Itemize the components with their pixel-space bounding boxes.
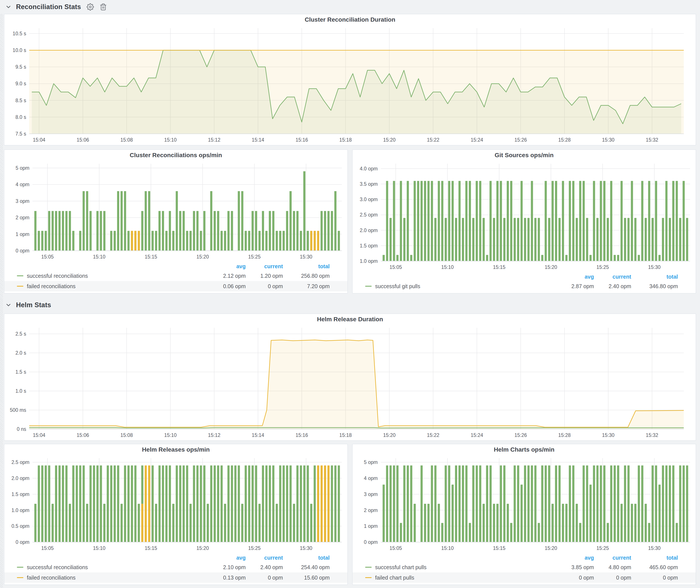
legend-series-label[interactable]: failed reconciliations	[27, 283, 208, 289]
svg-text:2.5 opm: 2.5 opm	[360, 212, 378, 218]
legend-value: 0 opm	[246, 575, 283, 581]
svg-text:1.5 opm: 1.5 opm	[11, 491, 29, 497]
section-title[interactable]: Reconciliation Stats	[16, 3, 81, 11]
legend-series-label[interactable]: successful reconciliations	[27, 564, 208, 570]
svg-text:15:10: 15:10	[441, 264, 454, 270]
svg-text:15:30: 15:30	[648, 545, 661, 551]
svg-text:15:32: 15:32	[646, 137, 658, 143]
legend-series-label[interactable]: successful chart pulls	[375, 564, 557, 570]
series-color-dash	[17, 286, 23, 287]
svg-text:500 ms: 500 ms	[10, 407, 26, 413]
legend-col-total[interactable]: total	[283, 555, 330, 561]
svg-text:15:30: 15:30	[648, 264, 661, 270]
legend-col-total[interactable]: total	[631, 555, 678, 561]
row-header-helm-stats: Helm Stats	[0, 294, 700, 313]
panel-title[interactable]: Git Sources ops/min	[353, 150, 696, 161]
panel-helm-charts-opm: Helm Charts ops/min 15:0515:1015:1515:20…	[352, 444, 696, 585]
svg-text:15:24: 15:24	[471, 432, 483, 438]
svg-text:9.0 s: 9.0 s	[15, 81, 26, 86]
svg-text:15:28: 15:28	[558, 137, 571, 143]
svg-text:15:05: 15:05	[41, 254, 54, 260]
panel-title[interactable]: Helm Release Duration	[4, 314, 696, 325]
svg-text:15:20: 15:20	[383, 432, 396, 438]
svg-text:15:10: 15:10	[441, 545, 454, 551]
cluster-reconciliations-chart[interactable]: 15:0515:1015:1515:2015:2515:300 opm1 opm…	[4, 161, 347, 262]
legend-row: failed reconciliations0.13 opm0 opm15.60…	[4, 572, 347, 583]
svg-text:10.5 s: 10.5 s	[13, 31, 26, 36]
chart-svg: 15:0515:1015:1515:2015:2515:301.0 opm1.5…	[353, 161, 696, 272]
helm-charts-chart[interactable]: 15:0515:1015:1515:2015:2515:300 opm1 opm…	[353, 455, 696, 553]
legend-row: successful reconciliations2.10 opm2.40 o…	[4, 562, 347, 572]
legend-value: 4.80 opm	[594, 564, 631, 570]
svg-text:1.0 opm: 1.0 opm	[11, 507, 29, 513]
svg-text:0 opm: 0 opm	[16, 248, 29, 254]
svg-text:15:22: 15:22	[427, 137, 439, 143]
panel-title[interactable]: Cluster Reconciliations ops/min	[4, 150, 347, 161]
legend-row: successful chart pulls3.85 opm4.80 opm46…	[353, 562, 696, 572]
legend-value: 465.60 opm	[631, 564, 678, 570]
legend-col-avg[interactable]: avg	[557, 555, 594, 561]
legend-col-current[interactable]: current	[246, 555, 283, 561]
legend-series-label[interactable]: successful reconciliations	[27, 273, 208, 279]
series-color-dash	[365, 286, 372, 287]
panel-title[interactable]: Cluster Reconciliation Duration	[4, 14, 696, 25]
chart-svg: 15:0515:1015:1515:2015:2515:300 opm1 opm…	[353, 455, 696, 553]
svg-text:2.0 s: 2.0 s	[15, 350, 26, 356]
legend-table: avgcurrenttotalsuccessful chart pulls3.8…	[353, 553, 696, 585]
legend-value: 254.40 opm	[283, 564, 330, 570]
svg-text:15:25: 15:25	[248, 545, 261, 551]
svg-text:15:25: 15:25	[596, 545, 609, 551]
legend-series-label[interactable]: successful git pulls	[375, 283, 557, 289]
panel-title[interactable]: Helm Charts ops/min	[353, 444, 696, 455]
cluster-reconciliation-duration-chart[interactable]: 15:0415:0615:0815:1015:1215:1415:1615:18…	[4, 25, 696, 145]
helm-release-duration-chart[interactable]: 15:0415:0615:0815:1015:1215:1415:1615:18…	[4, 325, 696, 440]
legend-series-label[interactable]: failed reconciliations	[27, 575, 208, 581]
helm-releases-chart[interactable]: 15:0515:1015:1515:2015:2515:300 opm0.5 o…	[4, 455, 347, 553]
svg-text:4 opm: 4 opm	[364, 475, 378, 481]
git-sources-chart[interactable]: 15:0515:1015:1515:2015:2515:301.0 opm1.5…	[353, 161, 696, 272]
legend-col-total[interactable]: total	[631, 274, 678, 280]
legend-col-current[interactable]: current	[246, 263, 283, 270]
section-title[interactable]: Helm Stats	[16, 301, 51, 309]
svg-text:15:16: 15:16	[295, 137, 308, 143]
legend-value: 2.87 opm	[557, 283, 594, 289]
legend-col-avg[interactable]: avg	[208, 555, 246, 561]
legend-col-current[interactable]: current	[594, 555, 631, 561]
legend-row: successful git pulls2.87 opm2.40 opm346.…	[353, 281, 696, 291]
svg-text:15:20: 15:20	[196, 254, 209, 260]
svg-text:10.0 s: 10.0 s	[13, 47, 26, 53]
legend-col-avg[interactable]: avg	[208, 263, 246, 270]
svg-text:15:20: 15:20	[545, 545, 557, 551]
svg-text:3 opm: 3 opm	[364, 491, 378, 497]
series-color-dash	[17, 275, 23, 276]
panel-cluster-reconciliation-duration: Cluster Reconciliation Duration 15:0415:…	[4, 14, 696, 145]
chevron-down-icon[interactable]	[5, 4, 12, 10]
svg-text:15:18: 15:18	[339, 137, 352, 143]
legend-value: 0 opm	[557, 575, 594, 581]
svg-text:15:15: 15:15	[493, 264, 505, 270]
series-color-dash	[17, 577, 23, 578]
legend-value: 2.12 opm	[208, 273, 246, 279]
row-header-reconciliation-stats: Reconciliation Stats	[0, 0, 700, 14]
chart-svg: 15:0415:0615:0815:1015:1215:1415:1615:18…	[4, 325, 696, 440]
svg-text:15:06: 15:06	[77, 137, 89, 143]
panel-helm-release-duration: Helm Release Duration 15:0415:0615:0815:…	[4, 313, 696, 441]
legend-series-label[interactable]: failed chart pulls	[375, 575, 557, 581]
svg-text:15:32: 15:32	[646, 432, 658, 438]
gear-icon[interactable]	[87, 3, 94, 11]
legend-value: 0 opm	[594, 575, 631, 581]
legend-value: 2.40 opm	[246, 564, 283, 570]
legend-col-avg[interactable]: avg	[557, 274, 594, 280]
legend-col-total[interactable]: total	[283, 263, 330, 270]
legend-header: avgcurrenttotal	[353, 553, 696, 562]
svg-text:2.0 opm: 2.0 opm	[11, 475, 29, 481]
legend-table: avgcurrenttotalsuccessful git pulls2.87 …	[353, 272, 696, 293]
panel-title[interactable]: Helm Releases ops/min	[4, 444, 347, 455]
chevron-down-icon[interactable]	[5, 302, 12, 308]
svg-text:15:08: 15:08	[120, 137, 133, 143]
trash-icon[interactable]	[100, 3, 107, 11]
legend-col-current[interactable]: current	[594, 274, 631, 280]
svg-text:1 opm: 1 opm	[364, 523, 378, 529]
svg-text:4.0 opm: 4.0 opm	[360, 166, 378, 171]
svg-text:15:25: 15:25	[248, 254, 261, 260]
